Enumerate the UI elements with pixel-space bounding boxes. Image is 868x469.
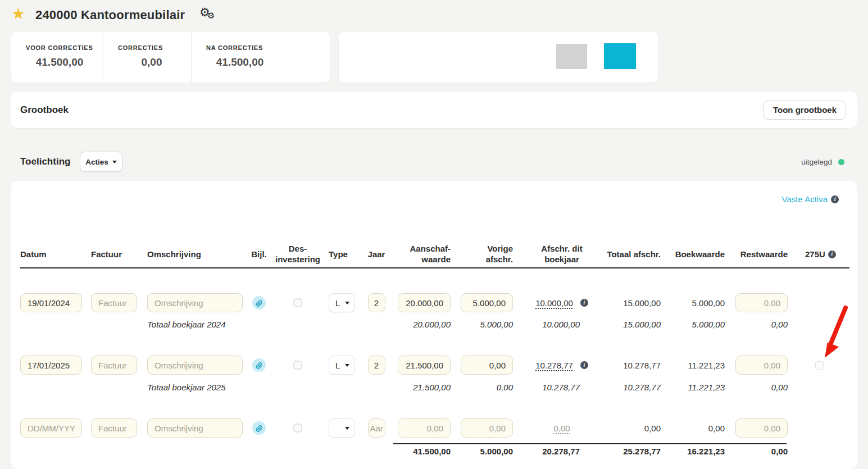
omschrijving-input[interactable]	[147, 418, 243, 438]
summary-label: NA CORRECTIES	[206, 44, 330, 51]
paperclip-attachment-button[interactable]	[252, 296, 266, 309]
col-header-aanschafwaarde: Aanschaf- waarde	[398, 244, 451, 265]
afschr-dit-boekjaar-value[interactable]: 10.000,00	[535, 298, 573, 308]
vorige-afschr-input[interactable]	[461, 293, 513, 312]
gear-icon: ⚙	[207, 11, 215, 21]
grootboek-card: Grootboek Toon grootboek	[11, 92, 857, 128]
total-aanschafwaarde: 41.500,00	[398, 447, 451, 456]
new-asset-row: 0,00 0,00 0,00	[20, 418, 849, 438]
vorige-afschr-input[interactable]	[461, 356, 513, 375]
omschrijving-input[interactable]	[147, 293, 243, 312]
type-select[interactable]: L	[329, 293, 355, 312]
col-header-totaal-afschr: Totaal afschr.	[600, 249, 661, 260]
cyan-legend-square	[604, 43, 636, 69]
summary-value: 41.500,00	[26, 56, 93, 69]
chevron-down-icon	[345, 427, 349, 430]
vaste-activa-link[interactable]: Vaste Activa	[782, 194, 828, 204]
corrections-summary-card: VOOR CORRECTIES 41.500,00 CORRECTIES 0,0…	[11, 32, 330, 83]
summary-na-correcties: NA CORRECTIES 41.500,00	[192, 32, 330, 83]
paperclip-attachment-button[interactable]	[252, 358, 266, 372]
info-icon[interactable]: i	[831, 195, 839, 203]
col-header-afschr-dit-boekjaar: Afschr. dit boekjaar	[528, 244, 596, 265]
summary-value: 0,00	[118, 56, 185, 69]
toelichting-title: Toelichting	[20, 156, 70, 167]
total-totaal-afschr: 25.278,77	[600, 447, 661, 456]
type-select[interactable]	[329, 418, 355, 438]
desinvestering-checkbox[interactable]	[293, 298, 302, 307]
col-header-vorige-afschr: Vorige afschr.	[461, 244, 513, 265]
restwaarde-input[interactable]	[735, 356, 788, 375]
subtotal-afschr-dit-boekjaar: 10.000,00	[528, 320, 596, 329]
datum-input[interactable]	[20, 293, 82, 312]
afschr-dit-boekjaar-value[interactable]: 10.278,77	[535, 361, 573, 370]
col-header-boekwaarde: Boekwaarde	[665, 249, 725, 260]
totals-separator	[393, 443, 787, 444]
subtotal-restwaarde: 0,00	[735, 383, 788, 392]
chevron-down-icon	[345, 364, 349, 367]
info-icon[interactable]: i	[580, 299, 588, 307]
omschrijving-input[interactable]	[147, 356, 243, 375]
status-indicator: uitgelegd	[801, 158, 844, 166]
col-header-275u: 275U i	[805, 249, 849, 260]
datum-input[interactable]	[20, 418, 82, 438]
summary-label: VOOR CORRECTIES	[26, 44, 103, 51]
jaar-input[interactable]	[368, 293, 385, 312]
aanschafwaarde-input[interactable]	[398, 418, 451, 438]
favorite-star-icon[interactable]: ★	[11, 4, 25, 23]
type-select[interactable]: L	[329, 356, 355, 375]
toon-grootboek-button[interactable]: Toon grootboek	[764, 101, 846, 120]
desinvestering-checkbox[interactable]	[293, 424, 302, 432]
summary-voor-correcties: VOOR CORRECTIES 41.500,00	[11, 32, 103, 83]
subtotal-afschr-dit-boekjaar: 10.278,77	[528, 383, 596, 392]
table-header-row: Datum Factuur Omschrijving Bijl. Des- in…	[20, 242, 849, 268]
subtotal-totaal-afschr: 10.278,77	[600, 383, 661, 392]
paperclip-icon	[256, 362, 263, 369]
paperclip-icon	[256, 299, 263, 307]
jaar-input[interactable]	[368, 418, 385, 438]
subtotal-row-2025: Totaal boekjaar 2025 21.500,00 0,00 10.2…	[20, 383, 849, 392]
total-vorige-afschr: 5.000,00	[461, 447, 513, 456]
acties-dropdown-button[interactable]: Acties	[80, 152, 122, 172]
chevron-down-icon	[345, 302, 349, 304]
aanschafwaarde-input[interactable]	[398, 356, 451, 375]
paperclip-icon	[256, 425, 263, 432]
boekwaarde-value: 5.000,00	[665, 298, 725, 308]
vorige-afschr-input[interactable]	[461, 418, 513, 438]
subtotal-vorige-afschr: 0,00	[461, 383, 513, 392]
grootboek-title: Grootboek	[20, 104, 69, 116]
totals-row: 41.500,00 5.000,00 20.278,77 25.278,77 1…	[20, 447, 849, 456]
page-title: 240000 Kantoormeubilair	[35, 8, 185, 22]
asset-row-2024: L 10.000,00 i 15.000,00 5.000,00	[20, 293, 849, 312]
acties-label: Acties	[85, 158, 108, 166]
vaste-activa-link-row: Vaste Activa i	[782, 194, 839, 204]
red-annotation-arrow	[817, 303, 852, 362]
factuur-input[interactable]	[91, 293, 137, 312]
vaste-activa-table-card: Vaste Activa i Datum Factuur Omschrijvin…	[11, 181, 857, 469]
col-header-jaar: Jaar	[355, 249, 398, 260]
datum-input[interactable]	[20, 356, 82, 375]
totaal-afschr-value: 15.000,00	[600, 298, 661, 308]
aanschafwaarde-input[interactable]	[398, 293, 451, 312]
restwaarde-input[interactable]	[735, 418, 788, 438]
restwaarde-input[interactable]	[735, 293, 788, 312]
col-header-omschrijving: Omschrijving	[147, 249, 243, 260]
info-icon[interactable]: i	[580, 361, 588, 369]
subtotal-boekwaarde: 5.000,00	[665, 320, 725, 329]
col-header-datum: Datum	[20, 249, 82, 260]
subtotal-restwaarde: 0,00	[735, 320, 788, 329]
legend-card	[339, 32, 658, 83]
summary-label: CORRECTIES	[118, 44, 191, 51]
desinvestering-checkbox[interactable]	[293, 361, 302, 370]
afschr-dit-boekjaar-value[interactable]: 0,00	[553, 424, 570, 433]
factuur-input[interactable]	[91, 356, 137, 375]
paperclip-attachment-button[interactable]	[252, 421, 266, 435]
gray-legend-square	[556, 44, 587, 69]
chevron-down-icon	[112, 161, 117, 163]
info-icon[interactable]: i	[828, 251, 836, 258]
subtotal-totaal-afschr: 15.000,00	[600, 320, 661, 329]
totaal-afschr-value: 10.278,77	[600, 361, 661, 370]
boekwaarde-value: 0,00	[665, 424, 725, 433]
factuur-input[interactable]	[91, 418, 137, 438]
settings-gears-icon[interactable]: ⚙ ⚙	[199, 6, 222, 24]
jaar-input[interactable]	[368, 356, 385, 375]
